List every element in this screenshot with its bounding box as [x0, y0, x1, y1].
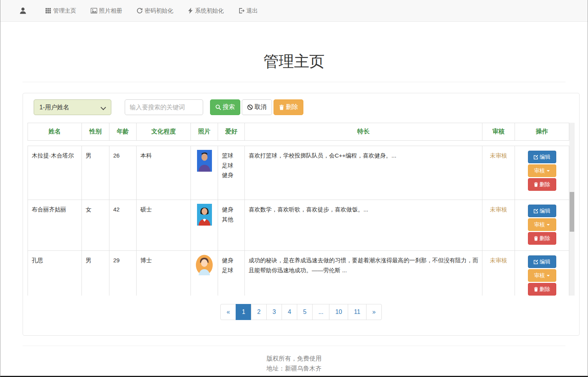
- nav-label: 照片相册: [99, 7, 122, 15]
- cell-name: 木拉提·木合塔尔: [28, 146, 82, 200]
- user-photo[interactable]: [197, 204, 212, 226]
- page-ellipsis[interactable]: ...: [312, 304, 329, 320]
- cell-age: 29: [109, 251, 137, 296]
- bolt-icon: [188, 8, 193, 14]
- review-dropdown-button[interactable]: 审核: [528, 269, 556, 282]
- table-row: 孔思 男 29 博士 健身 足球 成功的秘诀，是在养成迅速去做的习惯，要趁着潮水…: [28, 251, 569, 296]
- page-3[interactable]: 3: [266, 304, 282, 320]
- user-table-body: 木拉提·木合塔尔 男 26 本科 篮球 足球 健身 喜欢打篮球，学校投掷队队员，…: [28, 146, 569, 296]
- nav-label: 退出: [246, 7, 258, 15]
- cell-gender: 男: [82, 146, 109, 200]
- cell-hobbies: 篮球 足球 健身: [218, 146, 245, 200]
- cell-photo: [191, 251, 218, 296]
- delete-button-label: 删除: [539, 235, 550, 242]
- cell-hobbies: 健身 其他: [218, 200, 245, 251]
- footer-divider: [23, 346, 565, 346]
- edit-button[interactable]: 编辑: [528, 205, 556, 217]
- review-button-label: 审核: [534, 167, 545, 174]
- delete-row-button[interactable]: 删除: [528, 232, 556, 245]
- user-photo[interactable]: [197, 150, 212, 172]
- search-field-select[interactable]: 1-用户姓名: [34, 99, 111, 115]
- nav-item-admin-home[interactable]: 管理主页: [38, 0, 83, 21]
- trash-icon: [534, 182, 538, 187]
- cell-name: 孔思: [28, 251, 82, 296]
- nav-item-photo-album[interactable]: 照片相册: [83, 0, 129, 21]
- nav-label: 系统初始化: [195, 7, 224, 15]
- scrollbar-thumb[interactable]: [570, 192, 574, 232]
- page-4[interactable]: 4: [282, 304, 297, 320]
- review-status: 未审核: [482, 200, 515, 251]
- nav-item-password-init[interactable]: 密码初始化: [129, 0, 181, 21]
- hobby-item: 健身: [222, 255, 241, 265]
- hobby-item: 足球: [222, 265, 241, 275]
- title-divider: [23, 82, 565, 82]
- edit-button[interactable]: 编辑: [528, 255, 556, 268]
- bulk-delete-button[interactable]: 删除: [274, 99, 303, 115]
- delete-button-label: 删除: [539, 181, 550, 188]
- ban-icon: [247, 104, 253, 110]
- cell-gender: 女: [82, 200, 109, 251]
- image-icon: [91, 8, 97, 14]
- nav-item-system-init[interactable]: 系统初始化: [181, 0, 231, 21]
- cancel-button[interactable]: 取消: [242, 99, 272, 115]
- review-status: 未审核: [482, 251, 515, 296]
- cell-gender: 男: [82, 251, 109, 296]
- page-next[interactable]: »: [366, 304, 382, 320]
- user-icon[interactable]: [19, 6, 27, 15]
- edit-button[interactable]: 编辑: [528, 151, 556, 163]
- col-header-actions: 操作: [515, 123, 569, 141]
- edit-icon: [534, 208, 539, 213]
- cell-age: 42: [109, 200, 137, 251]
- caret-down-icon: [547, 224, 550, 226]
- page-1[interactable]: 1: [236, 304, 251, 320]
- search-button-label: 搜索: [223, 103, 235, 111]
- search-button[interactable]: 搜索: [210, 99, 240, 115]
- search-toolbar: 1-用户姓名 搜索 取消 删除: [28, 99, 575, 115]
- trash-icon: [534, 287, 538, 292]
- page-footer: 版权所有，免费使用 地址：新疆乌鲁木齐: [0, 354, 588, 374]
- caret-down-icon: [547, 275, 550, 276]
- search-input[interactable]: [125, 99, 203, 115]
- caret-down-icon: [547, 170, 550, 172]
- table-scrollbar[interactable]: [569, 123, 575, 296]
- hobby-item: 健身: [222, 170, 241, 180]
- review-button-label: 审核: [534, 272, 545, 279]
- review-status: 未审核: [482, 146, 515, 200]
- user-table-header: 姓名 性别 年龄 文化程度 照片 爱好 特长 审核 操作: [28, 123, 569, 141]
- review-dropdown-button[interactable]: 审核: [528, 164, 556, 177]
- copyright-text: 版权所有，免费使用: [0, 354, 588, 364]
- filter-select-wrap: 1-用户姓名: [28, 99, 111, 115]
- user-photo[interactable]: [195, 255, 213, 275]
- col-header-photo: 照片: [191, 123, 218, 141]
- page-11[interactable]: 11: [348, 304, 366, 320]
- trash-icon: [279, 104, 284, 110]
- main-panel: 1-用户姓名 搜索 取消 删除 姓名 性别 年龄 文化程度 照片 爱好: [23, 93, 580, 336]
- cell-education: 博士: [137, 251, 191, 296]
- delete-row-button[interactable]: 删除: [528, 283, 556, 296]
- cell-education: 本科: [137, 146, 191, 200]
- admin-home-page: { "navbar": { "items": [ { "label": "管理主…: [0, 0, 588, 377]
- page-2[interactable]: 2: [251, 304, 267, 320]
- logout-icon: [238, 8, 244, 14]
- col-header-gender: 性别: [82, 123, 109, 141]
- hobby-item: 其他: [222, 214, 241, 224]
- review-dropdown-button[interactable]: 审核: [528, 218, 556, 231]
- delete-button-label: 删除: [286, 103, 298, 111]
- delete-row-button[interactable]: 删除: [528, 178, 556, 191]
- page-prev[interactable]: «: [220, 304, 236, 320]
- delete-button-label: 删除: [539, 286, 550, 293]
- nav-item-logout[interactable]: 退出: [231, 0, 265, 21]
- col-header-name: 姓名: [28, 123, 82, 141]
- cancel-button-label: 取消: [254, 103, 267, 111]
- user-table-container: 姓名 性别 年龄 文化程度 照片 爱好 特长 审核 操作 木拉提·木合塔尔 男 …: [28, 123, 575, 296]
- page-5[interactable]: 5: [297, 304, 313, 320]
- cell-photo: [191, 200, 218, 251]
- edit-icon: [534, 259, 539, 264]
- page-10[interactable]: 10: [329, 304, 348, 320]
- col-header-specialty: 特长: [245, 123, 482, 141]
- col-header-age: 年龄: [109, 123, 137, 141]
- cell-name: 布合丽齐姑丽: [28, 200, 82, 251]
- edit-icon: [534, 154, 539, 159]
- nav-label: 管理主页: [53, 7, 76, 15]
- nav-label: 密码初始化: [145, 7, 173, 15]
